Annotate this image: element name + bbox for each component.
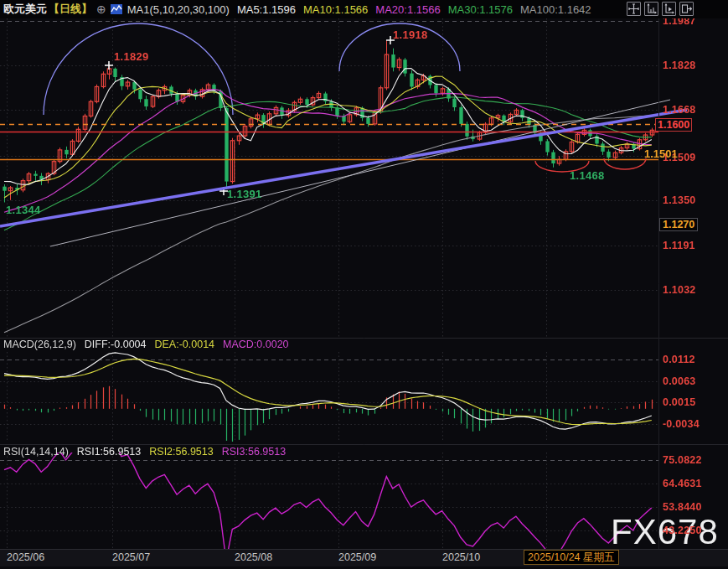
- time-axis-label: 2025/07: [112, 551, 150, 563]
- ma-value-list: MA5:1.1596MA10:1.1566MA20:1.1566MA30:1.1…: [230, 3, 591, 16]
- symbol-name: 欧元美元: [3, 2, 47, 17]
- support-level-label: 1.1501: [644, 147, 678, 160]
- macd-label-row: MACD(26,12,9)DIFF:-0.0004DEA:-0.0014MACD…: [3, 339, 306, 350]
- macd-value-label: DEA:-0.0014: [154, 339, 214, 350]
- rsi-axis-label: 64.4631: [663, 478, 702, 489]
- time-axis-label: 2025/06: [7, 551, 44, 563]
- rsi-value-label: RSI1:56.9513: [77, 446, 141, 458]
- ma-value-label: MA5:1.1596: [237, 3, 296, 16]
- rsi-value-label: RSI3:56.9513: [222, 446, 286, 458]
- price-axis-label: 1.1350: [663, 194, 695, 206]
- move-icon[interactable]: [627, 2, 641, 16]
- macd-axis-label: 0.0112: [663, 354, 695, 365]
- axis-range-icon[interactable]: [644, 2, 658, 16]
- ma-value-label: MA10:1.1566: [303, 3, 368, 16]
- price-annotation: 1.1391: [227, 188, 262, 200]
- rsi-value-label: RSI2:56.9513: [149, 446, 213, 458]
- price-axis-label: 1.1032: [663, 284, 695, 296]
- macd-title: MACD(26,12,9): [3, 339, 76, 350]
- price-axis-label: 1.1828: [663, 59, 695, 71]
- time-axis-label: 2025/10: [442, 551, 480, 563]
- ma-value-label: MA100:1.1642: [520, 3, 591, 16]
- selected-date-label: 2025/10/24 星期五: [524, 550, 619, 565]
- chart-header: 欧元美元 【日线】 ⊕ MA1(5,10,20,30,100) MA5:1.15…: [0, 0, 728, 18]
- rsi-label-row: RSI(14,14,14)RSI1:56.9513RSI2:56.9513RSI…: [3, 446, 302, 458]
- macd-axis-label: 0.0015: [663, 396, 695, 408]
- add-indicator-icon[interactable]: ⊕: [96, 3, 106, 15]
- axis-pointer-icon[interactable]: [662, 2, 676, 16]
- macd-axis-label: -0.0034: [663, 418, 700, 430]
- ma-settings-label: MA1(5,10,20,30,100): [127, 3, 230, 16]
- last-price-tag: 1.1600: [655, 118, 692, 132]
- chart-type-icon[interactable]: [111, 4, 122, 14]
- pane-shift-icon[interactable]: [679, 2, 694, 16]
- time-axis-label: 2025/08: [235, 551, 272, 563]
- rsi-axis-label: 75.0822: [663, 454, 702, 466]
- rsi-title: RSI(14,14,14): [3, 446, 69, 458]
- macd-value-label: DIFF:-0.0004: [85, 339, 147, 350]
- chart-canvas[interactable]: [0, 0, 728, 569]
- time-axis: 2025/062025/072025/082025/092025/10 2025…: [0, 549, 728, 566]
- ma-value-label: MA20:1.1566: [375, 3, 440, 16]
- price-annotation: 1.1829: [114, 50, 149, 63]
- macd-axis-label: 0.0063: [663, 375, 695, 387]
- macd-value-label: MACD:0.0020: [223, 339, 289, 350]
- price-annotation: 1.1344: [6, 204, 41, 216]
- price-axis-highlight: 1.1270: [659, 218, 698, 231]
- ma-value-label: MA30:1.1576: [448, 3, 513, 16]
- price-annotation: 1.1918: [393, 28, 428, 41]
- time-axis-label: 2025/09: [338, 551, 376, 563]
- fx-chart-app: 欧元美元 【日线】 ⊕ MA1(5,10,20,30,100) MA5:1.15…: [0, 0, 728, 569]
- period-selector[interactable]: 【日线】: [49, 2, 92, 17]
- price-axis-label: 1.1668: [663, 104, 695, 116]
- rsi-axis-label: 43.2250: [663, 525, 702, 536]
- rsi-axis-label: 53.8440: [663, 501, 702, 513]
- chart-toolbar: [627, 2, 694, 16]
- price-axis-label: 1.1191: [663, 240, 695, 251]
- price-annotation: 1.1468: [570, 169, 605, 182]
